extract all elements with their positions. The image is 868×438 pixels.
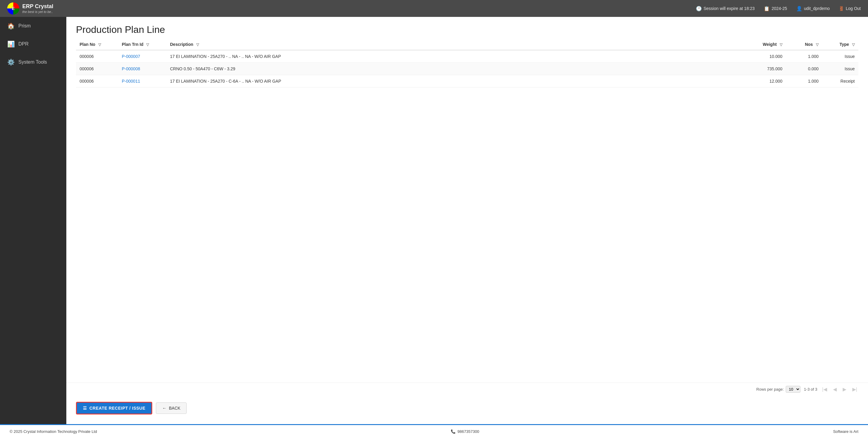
create-button-label: CREATE RECEIPT / ISSUE (90, 406, 146, 411)
session-label: Session will expire at 18:23 (704, 6, 755, 11)
sidebar-label-system-tools: System Tools (19, 59, 47, 65)
filter-icon-plan-no[interactable]: ▽ (98, 42, 101, 47)
user-label: udit_dprdemo (804, 6, 830, 11)
cell-weight: 12.000 (747, 75, 786, 87)
logout-icon: 🚪 (839, 6, 844, 11)
logout-button[interactable]: 🚪 Log Out (839, 6, 861, 11)
last-page-button[interactable]: ▶| (851, 386, 858, 393)
phone-number: 9867357300 (457, 429, 479, 434)
production-plan-table: Plan No ▽ Plan Trn Id ▽ Description ▽ (76, 39, 858, 87)
page-header: Production Plan Line (66, 17, 868, 39)
user-icon: 👤 (796, 6, 802, 11)
home-icon: 🏠 (7, 22, 15, 30)
tagline-text: Software is Art (833, 429, 858, 434)
content-area: Production Plan Line Plan No ▽ Plan Trn … (66, 17, 868, 424)
year-label: 2024-25 (772, 6, 787, 11)
col-header-plan-no: Plan No ▽ (76, 39, 118, 50)
page-title: Production Plan Line (76, 24, 858, 35)
sidebar-item-prism[interactable]: 🏠 Prism (0, 17, 66, 35)
table-row: 000006P-00000717 EI LAMINATION - 25A270 … (76, 50, 858, 63)
col-header-description: Description ▽ (166, 39, 747, 50)
logo-text: ERP Crystal the best is yet to be.. (22, 3, 53, 13)
cell-weight: 735.000 (747, 63, 786, 75)
cell-plan-trn-id[interactable]: P-000007 (118, 50, 166, 63)
filter-icon-weight[interactable]: ▽ (780, 42, 782, 47)
table-header-row: Plan No ▽ Plan Trn Id ▽ Description ▽ (76, 39, 858, 50)
back-button-label: BACK (169, 406, 180, 411)
create-receipt-issue-button[interactable]: ☰ CREATE RECEIPT / ISSUE (76, 402, 152, 414)
copyright-text: © 2025 Crystal Information Technology Pr… (10, 429, 97, 434)
sidebar: 🏠 Prism 📊 DPR ⚙️ System Tools (0, 17, 66, 424)
back-arrow-icon: ← (162, 406, 166, 411)
col-header-weight: Weight ▽ (747, 39, 786, 50)
sidebar-item-system-tools[interactable]: ⚙️ System Tools (0, 53, 66, 71)
cell-plan-no: 000006 (76, 75, 118, 87)
logout-label: Log Out (846, 6, 861, 11)
sidebar-label-prism: Prism (19, 23, 31, 29)
table-row: 000006P-00001117 EI LAMINATION - 25A270 … (76, 75, 858, 87)
user-info: 👤 udit_dprdemo (796, 6, 830, 11)
footer-copyright: © 2025 Crystal Information Technology Pr… (10, 429, 97, 434)
cell-description: 17 EI LAMINATION - 25A270 - C-6A - .. NA… (166, 75, 747, 87)
col-header-nos: Nos ▽ (786, 39, 822, 50)
calendar-icon: 📋 (764, 6, 770, 11)
gear-icon: ⚙️ (7, 59, 15, 66)
phone-icon: 📞 (451, 429, 456, 434)
top-header: E ERP Crystal the best is yet to be.. 🕐 … (0, 0, 868, 17)
cell-description: CRNO 0.50 - 50A470 - C6W - 3.29 (166, 63, 747, 75)
col-header-type: Type ▽ (822, 39, 858, 50)
cell-nos: 1.000 (786, 75, 822, 87)
action-bar: ☰ CREATE RECEIPT / ISSUE ← BACK (66, 396, 868, 424)
app-subtitle: the best is yet to be.. (22, 10, 53, 13)
cell-plan-trn-id[interactable]: P-000008 (118, 63, 166, 75)
chart-icon: 📊 (7, 40, 15, 48)
rows-per-page-control: Rows per page: 10 5 25 50 (756, 386, 801, 393)
first-page-button[interactable]: |◀ (821, 386, 828, 393)
page-info: 1-3 of 3 (804, 387, 817, 391)
cell-type: Issue (822, 50, 858, 63)
cell-plan-trn-id[interactable]: P-000011 (118, 75, 166, 87)
pagination-bar: Rows per page: 10 5 25 50 1-3 of 3 |◀ ◀ … (66, 382, 868, 396)
app-logo-icon: E (7, 2, 19, 14)
create-button-icon: ☰ (83, 406, 87, 411)
next-page-button[interactable]: ▶ (841, 386, 847, 393)
clock-icon: 🕐 (696, 6, 702, 11)
footer-phone: 📞 9867357300 (451, 429, 479, 434)
cell-description: 17 EI LAMINATION - 25A270 - .. NA - .. N… (166, 50, 747, 63)
sidebar-label-dpr: DPR (19, 41, 29, 47)
header-right: 🕐 Session will expire at 18:23 📋 2024-25… (696, 6, 861, 11)
cell-plan-no: 000006 (76, 50, 118, 63)
app-name: ERP Crystal (22, 3, 53, 10)
rows-per-page-label: Rows per page: (756, 387, 784, 391)
filter-icon-nos[interactable]: ▽ (816, 42, 818, 47)
footer-tagline: Software is Art (833, 429, 858, 434)
cell-plan-no: 000006 (76, 63, 118, 75)
sidebar-item-dpr[interactable]: 📊 DPR (0, 35, 66, 53)
table-row: 000006P-000008CRNO 0.50 - 50A470 - C6W -… (76, 63, 858, 75)
table-container: Plan No ▽ Plan Trn Id ▽ Description ▽ (66, 39, 868, 382)
cell-nos: 1.000 (786, 50, 822, 63)
cell-type: Issue (822, 63, 858, 75)
cell-type: Receipt (822, 75, 858, 87)
prev-page-button[interactable]: ◀ (832, 386, 838, 393)
cell-weight: 10.000 (747, 50, 786, 63)
footer: © 2025 Crystal Information Technology Pr… (0, 424, 868, 438)
main-layout: 🏠 Prism 📊 DPR ⚙️ System Tools Production… (0, 17, 868, 424)
back-button[interactable]: ← BACK (156, 402, 187, 414)
session-info: 🕐 Session will expire at 18:23 (696, 6, 755, 11)
year-info: 📋 2024-25 (764, 6, 787, 11)
filter-icon-plan-trn[interactable]: ▽ (146, 42, 149, 47)
logo-area: E ERP Crystal the best is yet to be.. (7, 2, 53, 14)
filter-icon-description[interactable]: ▽ (196, 42, 199, 47)
filter-icon-type[interactable]: ▽ (852, 42, 855, 47)
col-header-plan-trn-id: Plan Trn Id ▽ (118, 39, 166, 50)
cell-nos: 0.000 (786, 63, 822, 75)
rows-per-page-select[interactable]: 10 5 25 50 (786, 386, 801, 393)
